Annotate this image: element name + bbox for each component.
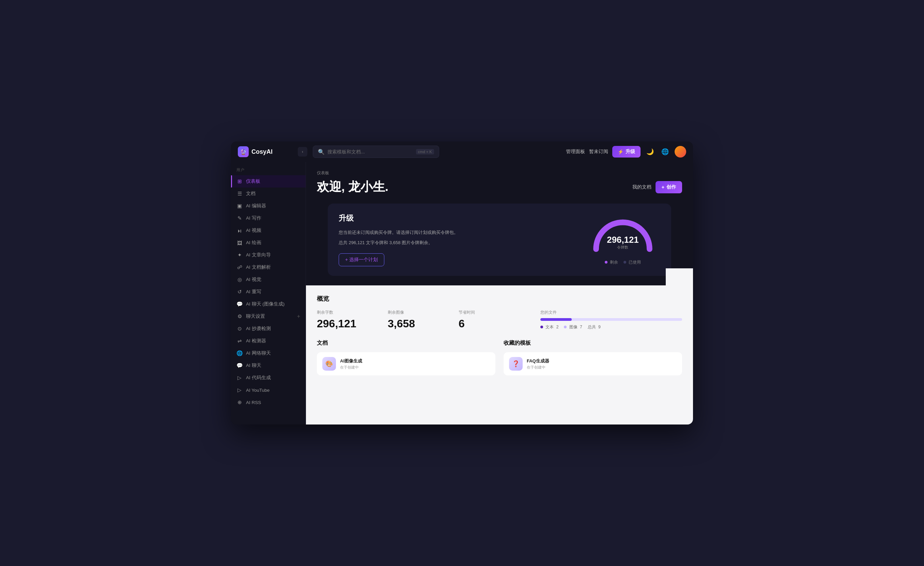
dark-mode-button[interactable]: 🌙 — [645, 146, 656, 157]
stat-time-saved: 节省时间 6 — [459, 310, 530, 330]
sidebar-item-label: AI 检测器 — [246, 338, 266, 344]
files-total-legend: 总共 9 — [588, 324, 601, 330]
add-chat-button[interactable]: + — [297, 313, 300, 319]
ai-doc-parse-icon: ☍ — [237, 264, 243, 270]
sidebar-item-label: AI YouTube — [246, 388, 270, 393]
create-button[interactable]: + 创作 — [656, 181, 682, 193]
used-dot — [624, 261, 626, 263]
sidebar-item-ai-web-chat[interactable]: 🌐 AI 网络聊天 — [231, 347, 306, 359]
upgrade-button[interactable]: ⚡ 升级 — [612, 146, 640, 158]
page-title-row: 欢迎, 龙小生. 我的文档 + 创作 — [317, 179, 682, 203]
docs-grid: 文档 🎨 AI图像生成 在于创建中 收藏的模板 ❓ — [317, 340, 682, 379]
time-saved-label: 节省时间 — [459, 310, 530, 315]
search-bar[interactable]: 🔍 cmd + K — [313, 146, 439, 158]
overview-grid: 剩余字数 296,121 剩余图像 3,658 节省时间 6 您的文件 — [317, 310, 682, 330]
sidebar-item-chat-settings[interactable]: ⚙ 聊天设置 + — [231, 310, 306, 322]
templates-column-title: 收藏的模板 — [504, 340, 682, 347]
remaining-images-value: 3,658 — [388, 318, 459, 330]
sidebar-item-ai-detector[interactable]: ⇌ AI 检测器 — [231, 335, 306, 347]
template-card-icon-1: ❓ — [509, 357, 523, 370]
files-area: 您的文件 文本 2 图像 — [530, 310, 682, 330]
sidebar-item-documents[interactable]: ☰ 文档 — [231, 188, 306, 200]
sidebar-item-ai-rewrite[interactable]: ↺ AI 重写 — [231, 286, 306, 298]
doc-card-info-1: AI图像生成 在于创建中 — [340, 358, 490, 370]
upgrade-card: 升级 您当前还未订阅或购买令牌。请选择订阅计划或购买令牌包。 总共 296,12… — [328, 203, 671, 276]
legend-remaining: 剩余 — [605, 259, 618, 265]
documents-icon: ☰ — [237, 191, 243, 197]
svg-text:296,121: 296,121 — [607, 235, 639, 244]
ai-editor-icon: ▣ — [237, 203, 243, 209]
sidebar-item-ai-rss[interactable]: ⊕ AI RSS — [231, 396, 306, 408]
sidebar-item-ai-article[interactable]: ✦ AI 文章向导 — [231, 249, 306, 261]
files-bar-fill — [540, 318, 572, 321]
sidebar-item-ai-art[interactable]: 🖼 AI 绘画 — [231, 236, 306, 249]
sidebar-item-ai-youtube[interactable]: ▷ AI YouTube — [231, 384, 306, 396]
template-card-1[interactable]: ❓ FAQ生成器 在于创建中 — [504, 352, 682, 375]
my-docs-button[interactable]: 我的文档 — [632, 184, 651, 190]
logo-area: 🔮 CosyAI — [238, 146, 292, 157]
ai-codegen-icon: ▷ — [237, 375, 243, 381]
files-bar — [540, 318, 682, 321]
sidebar-item-ai-doc-parse[interactable]: ☍ AI 文档解析 — [231, 261, 306, 274]
sidebar-item-label: AI 代码生成 — [246, 375, 271, 381]
ai-video-icon: ⏯ — [237, 228, 243, 233]
sidebar-item-label: AI 抄袭检测 — [246, 326, 271, 332]
user-avatar[interactable] — [675, 146, 686, 158]
sidebar-item-ai-plagiarism[interactable]: ⊙ AI 抄袭检测 — [231, 322, 306, 335]
sidebar-item-dashboard[interactable]: ⊞ 仪表板 — [231, 175, 306, 188]
sidebar-item-label: 聊天设置 — [246, 313, 265, 319]
logo-icon: 🔮 — [238, 146, 249, 157]
doc-card-icon-1: 🎨 — [322, 357, 336, 370]
files-image-count: 7 — [580, 325, 582, 330]
sidebar-item-label: 文档 — [246, 191, 255, 197]
sidebar-item-label: 仪表板 — [246, 178, 260, 184]
sidebar-item-label: AI 聊天 (图像生成) — [246, 301, 285, 307]
docs-column-title: 文档 — [317, 340, 495, 347]
sidebar-item-label: AI 绘画 — [246, 240, 261, 246]
logo-emoji: 🔮 — [240, 149, 247, 155]
sidebar-item-ai-editor[interactable]: ▣ AI 编辑器 — [231, 200, 306, 212]
main-layout: 用户 ⊞ 仪表板 ☰ 文档 ▣ AI 编辑器 ✎ AI 写作 ⏯ AI 视频 — [231, 162, 693, 424]
files-text-legend: 文本 2 — [540, 324, 558, 330]
upgrade-tokens-info: 总共 296,121 文字令牌和 3,658 图片令牌剩余。 — [339, 239, 458, 247]
files-legend: 文本 2 图像 7 总共 9 — [540, 324, 682, 330]
search-input[interactable] — [327, 149, 413, 155]
sidebar-item-ai-video[interactable]: ⏯ AI 视频 — [231, 224, 306, 236]
ai-plagiarism-icon: ⊙ — [237, 326, 243, 332]
overview-section: 概览 剩余字数 296,121 剩余图像 3,658 节省时间 6 — [306, 285, 693, 340]
ai-detector-icon: ⇌ — [237, 338, 243, 344]
sidebar-item-label: AI 文章向导 — [246, 252, 271, 258]
doc-card-1[interactable]: 🎨 AI图像生成 在于创建中 — [317, 352, 495, 375]
sidebar: 用户 ⊞ 仪表板 ☰ 文档 ▣ AI 编辑器 ✎ AI 写作 ⏯ AI 视频 — [231, 162, 306, 424]
choose-plan-button[interactable]: + 选择一个计划 — [339, 253, 384, 266]
token-gauge: 296,121 令牌数 剩余 已使用 — [585, 214, 660, 265]
remaining-images-label: 剩余图像 — [388, 310, 459, 315]
gauge-svg: 296,121 令牌数 — [587, 214, 658, 255]
ai-art-icon: 🖼 — [237, 240, 243, 246]
docs-column: 文档 🎨 AI图像生成 在于创建中 — [317, 340, 495, 379]
main-content: 仪表板 欢迎, 龙小生. 我的文档 + 创作 — [306, 162, 693, 424]
ai-rewrite-icon: ↺ — [237, 289, 243, 295]
subscription-button[interactable]: 暂未订阅 — [589, 149, 608, 155]
docs-section: 文档 🎨 AI图像生成 在于创建中 收藏的模板 ❓ — [306, 340, 693, 387]
ai-writing-icon: ✎ — [237, 215, 243, 221]
doc-card-name-1: AI图像生成 — [340, 358, 490, 364]
header-actions: 管理面板 暂未订阅 ⚡ 升级 🌙 🌐 — [566, 146, 686, 158]
sidebar-item-ai-writing[interactable]: ✎ AI 写作 — [231, 212, 306, 224]
upgrade-description: 您当前还未订阅或购买令牌。请选择订阅计划或购买令牌包。 — [339, 229, 458, 236]
files-label: 您的文件 — [540, 310, 682, 315]
admin-link[interactable]: 管理面板 — [566, 149, 585, 155]
ai-chat-icon: 💬 — [237, 363, 243, 369]
sidebar-item-ai-chat[interactable]: 💬 AI 聊天 — [231, 359, 306, 372]
template-card-name-1: FAQ生成器 — [527, 358, 676, 364]
sidebar-item-ai-codegen[interactable]: ▷ AI 代码生成 — [231, 372, 306, 384]
breadcrumb: 仪表板 — [317, 170, 682, 176]
sidebar-item-ai-vision[interactable]: ◎ AI 视觉 — [231, 274, 306, 286]
dashboard-icon: ⊞ — [237, 178, 243, 184]
language-button[interactable]: 🌐 — [660, 146, 670, 157]
upgrade-content: 升级 您当前还未订阅或购买令牌。请选择订阅计划或购买令牌包。 总共 296,12… — [339, 213, 458, 266]
sidebar-item-ai-chat-image[interactable]: 💬 AI 聊天 (图像生成) — [231, 298, 306, 310]
ai-vision-icon: ◎ — [237, 277, 243, 283]
nav-back-button[interactable]: ‹ — [298, 147, 308, 157]
page-title: 欢迎, 龙小生. — [317, 179, 388, 196]
